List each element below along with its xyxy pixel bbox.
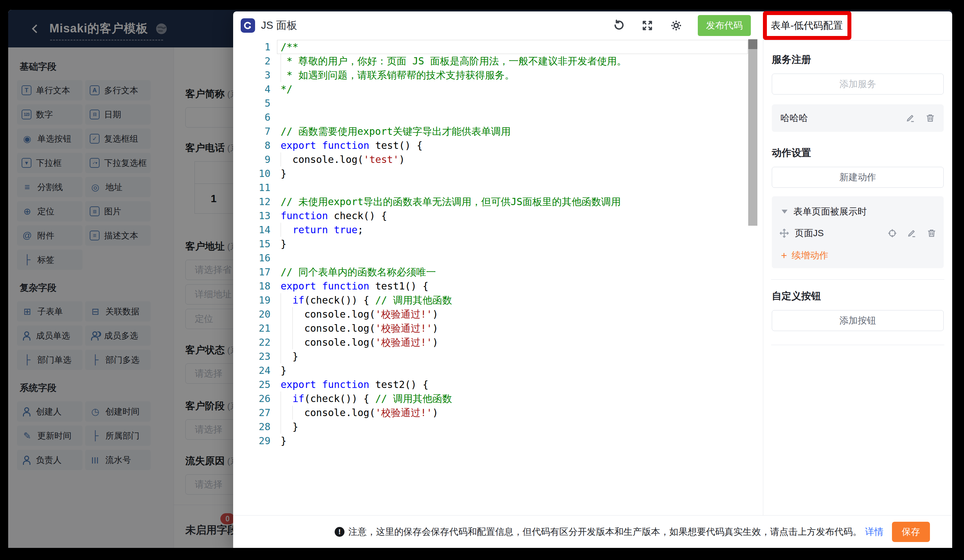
delete-action-icon[interactable] — [927, 228, 936, 238]
line-number: 4 — [233, 82, 270, 96]
action-group-label: 表单页面被展示时 — [793, 205, 867, 218]
code-line: 3 * 如遇到问题，请联系销帮帮的技术支持获得服务。 — [233, 68, 763, 82]
line-number: 10 — [233, 167, 270, 180]
code-text: } — [281, 167, 287, 180]
plus-icon: + — [781, 250, 787, 262]
code-text: console.log('校验通过!') — [281, 321, 438, 335]
service-item-card: 哈哈哈 — [772, 104, 944, 132]
line-number: 28 — [233, 420, 270, 434]
custom-button-section-title: 自定义按钮 — [772, 289, 944, 303]
line-number: 7 — [233, 124, 270, 138]
js-panel-modal: JS 面板 — [233, 11, 952, 548]
code-text: } — [281, 434, 287, 448]
reset-icon[interactable] — [612, 19, 625, 32]
line-number: 12 — [233, 195, 270, 209]
action-item-row[interactable]: 页面JS — [779, 227, 936, 239]
code-text: // 函数需要使用export关键字导出才能供表单调用 — [281, 124, 511, 138]
code-text: if(check()) { // 调用其他函数 — [281, 293, 452, 307]
code-line: 2 * 尊敬的用户，你好：页面 JS 面板是高阶用法，一般不建议非开发者使用。 — [233, 54, 763, 68]
code-line: 4*/ — [233, 82, 763, 96]
line-number: 11 — [233, 180, 270, 195]
add-service-button[interactable]: 添加服务 — [772, 74, 944, 94]
section-divider — [771, 345, 944, 345]
code-line: 19 if(check()) { // 调用其他函数 — [233, 293, 763, 307]
code-line: 8export function test() { — [233, 138, 763, 153]
modal-title: JS 面板 — [261, 18, 297, 33]
line-number: 20 — [233, 307, 270, 321]
code-text: */ — [281, 82, 292, 96]
code-line: 27 console.log('校验通过!') — [233, 406, 763, 420]
screen: Misaki的客户模板 基础字段T单行文本A多行文本123数字日日期◉单选按钮✓… — [0, 0, 964, 560]
code-text: export function test() { — [281, 138, 423, 153]
code-line: 17// 同个表单内的函数名称必须唯一 — [233, 265, 763, 279]
code-text: console.log('校验通过!') — [281, 406, 438, 420]
code-text: console.log('test') — [281, 153, 405, 167]
line-number: 1 — [233, 40, 270, 54]
code-line: 26 if(check()) { // 调用其他函数 — [233, 391, 763, 406]
code-line: 23 } — [233, 349, 763, 364]
line-number: 9 — [233, 153, 270, 167]
indent-guide — [292, 335, 293, 349]
action-item-label: 页面JS — [795, 227, 887, 239]
code-line: 11 — [233, 180, 763, 195]
code-line: 7// 函数需要使用export关键字导出才能供表单调用 — [233, 124, 763, 138]
modal-main: JS 面板 — [233, 11, 952, 515]
code-text: * 尊敬的用户，你好：页面 JS 面板是高阶用法，一般不建议非开发者使用。 — [281, 54, 626, 68]
indent-guide — [292, 307, 293, 321]
delete-service-icon[interactable] — [925, 113, 935, 123]
add-button-button[interactable]: 添加按钮 — [772, 310, 944, 331]
add-more-action-button[interactable]: + 续增动作 — [779, 249, 936, 262]
new-action-button[interactable]: 新建动作 — [772, 167, 944, 188]
section-divider — [771, 279, 944, 280]
code-text: function check() { — [281, 209, 387, 223]
code-line: 10} — [233, 167, 763, 180]
code-line: 5 — [233, 96, 763, 110]
line-number: 23 — [233, 349, 270, 364]
line-number: 24 — [233, 364, 270, 378]
line-number: 3 — [233, 68, 270, 82]
code-text: if(check()) { // 调用其他函数 — [281, 391, 452, 406]
code-line: 29} — [233, 434, 763, 448]
js-panel-logo-icon — [241, 18, 255, 33]
code-line: 12// 未使用export导出的函数表单无法调用，但可供JS面板里的其他函数调… — [233, 195, 763, 209]
edit-service-icon[interactable] — [906, 113, 915, 123]
editor-column: JS 面板 — [233, 11, 763, 515]
code-line: 18export function test1() { — [233, 279, 763, 293]
drag-handle-icon[interactable] — [779, 228, 790, 239]
add-more-action-label: 续增动作 — [792, 249, 829, 262]
code-text: } — [281, 420, 298, 434]
code-text: /** — [281, 40, 298, 54]
line-number: 16 — [233, 251, 270, 265]
indent-guide — [292, 406, 293, 420]
collapse-caret-icon[interactable] — [782, 210, 788, 214]
debug-target-icon[interactable] — [887, 228, 897, 238]
fullscreen-icon[interactable] — [641, 19, 654, 32]
line-number: 29 — [233, 434, 270, 448]
editor-scrollbar[interactable] — [748, 39, 757, 226]
publish-code-button[interactable]: 发布代码 — [698, 15, 751, 36]
line-number: 15 — [233, 237, 270, 251]
panel-title-annotation: 表单-低代码配置 — [763, 11, 852, 40]
action-section-title: 动作设置 — [772, 146, 944, 160]
code-line: 13function check() { — [233, 209, 763, 223]
code-text: export function test1() { — [281, 279, 428, 293]
code-editor[interactable]: 1/**2 * 尊敬的用户，你好：页面 JS 面板是高阶用法，一般不建议非开发者… — [233, 39, 763, 515]
settings-gear-icon[interactable] — [669, 19, 683, 32]
editor-scrollbar-shadow — [748, 39, 757, 49]
code-text: console.log('校验通过!') — [281, 335, 438, 349]
detail-link[interactable]: 详情 — [865, 526, 883, 538]
code-line: 6 — [233, 110, 763, 124]
save-button[interactable]: 保存 — [892, 522, 930, 542]
code-text: // 未使用export导出的函数表单无法调用，但可供JS面板里的其他函数调用 — [281, 195, 621, 209]
service-section-title: 服务注册 — [772, 53, 944, 67]
line-number: 19 — [233, 293, 270, 307]
line-number: 6 — [233, 110, 270, 124]
code-line: 15} — [233, 237, 763, 251]
code-line: 28 } — [233, 420, 763, 434]
action-group-row[interactable]: 表单页面被展示时 — [779, 205, 936, 218]
edit-action-icon[interactable] — [907, 228, 917, 238]
code-line: 9 console.log('test') — [233, 153, 763, 167]
line-number: 17 — [233, 265, 270, 279]
code-text: } — [281, 349, 298, 364]
code-line: 22 console.log('校验通过!') — [233, 335, 763, 349]
